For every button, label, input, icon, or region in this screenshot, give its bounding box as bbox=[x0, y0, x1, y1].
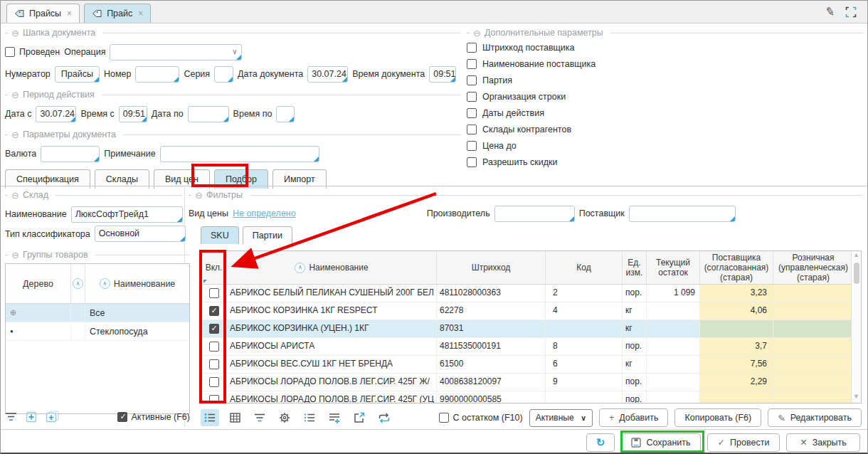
barcode-column-header[interactable]: Штрихкод bbox=[437, 251, 546, 284]
code-cell: 6 bbox=[546, 356, 623, 373]
edit-pencil-icon[interactable]: ✎ bbox=[824, 4, 836, 19]
settings-gear-icon[interactable] bbox=[275, 409, 294, 426]
supplier-barcode-checkbox[interactable] bbox=[467, 43, 477, 53]
fullscreen-icon[interactable] bbox=[845, 6, 857, 18]
filter-icon[interactable] bbox=[5, 412, 17, 422]
note-input[interactable] bbox=[160, 146, 319, 162]
table-row[interactable]: АБРИКОС КОРЗИНКА (УЦЕН.) 1КГ 87031 кг bbox=[201, 320, 861, 338]
view-list-icon[interactable] bbox=[201, 409, 219, 426]
number-input[interactable] bbox=[135, 66, 179, 83]
table-row[interactable]: АБРИКОСЫ АРИСТА 4811535000191 8 пор. 3,7 bbox=[201, 338, 861, 356]
collapse-icon[interactable]: ⊖ bbox=[473, 28, 481, 38]
collapse-icon[interactable]: ⊖ bbox=[195, 191, 203, 200]
batch-checkbox[interactable] bbox=[467, 75, 477, 85]
code-cell: 9 bbox=[546, 374, 623, 391]
time-to-input[interactable] bbox=[276, 106, 295, 122]
unit-column-header[interactable]: Ед. изм. bbox=[623, 251, 647, 284]
row-include-checkbox[interactable] bbox=[209, 395, 219, 403]
supplier-input[interactable] bbox=[629, 206, 736, 222]
save-button[interactable]: Сохранить bbox=[621, 433, 701, 452]
active-groups-label: Активные (F6) bbox=[131, 412, 190, 422]
tree-row[interactable]: ● Стеклопосуда bbox=[6, 322, 189, 341]
counterparty-warehouses-checkbox[interactable] bbox=[467, 125, 477, 134]
currency-label: Валюта bbox=[5, 149, 36, 159]
supplier-name-checkbox[interactable] bbox=[467, 59, 477, 69]
price-to-checkbox[interactable] bbox=[467, 141, 477, 151]
code-column-header[interactable]: Код bbox=[546, 251, 623, 284]
date-to-input[interactable] bbox=[188, 106, 229, 122]
add-group-icon[interactable] bbox=[26, 411, 37, 423]
row-include-checkbox[interactable] bbox=[209, 288, 219, 298]
retail-price-column-header[interactable]: Розничная (управленческая) (старая) bbox=[773, 251, 853, 284]
collapse-icon[interactable]: ⊖ bbox=[11, 90, 19, 100]
close-button[interactable]: ✕Закрыть bbox=[786, 433, 860, 452]
close-icon[interactable]: × bbox=[138, 9, 143, 19]
numerator-button[interactable]: Прайсы bbox=[55, 66, 100, 83]
window-tab-pricelist[interactable]: Прайс × bbox=[84, 4, 151, 23]
collapse-icon[interactable]: ⊖ bbox=[11, 250, 19, 260]
currency-input[interactable] bbox=[41, 146, 100, 162]
add-subgroup-icon[interactable] bbox=[46, 411, 59, 423]
table-row[interactable]: АБРИКОСЫ ВЕС.СУШ 1КГ НЕТ БРЕНДА 61500 6 … bbox=[201, 356, 861, 374]
sort-asc-icon[interactable]: ∧ bbox=[295, 263, 305, 273]
copy-button[interactable]: Копировать (F6) bbox=[674, 408, 761, 427]
table-row[interactable]: АБРИКОСЫ ЛОРАДО ПОЛОВ.В ЛЕГ.СИР. 425Г Ж/… bbox=[201, 374, 861, 391]
allow-discounts-checkbox[interactable] bbox=[467, 157, 477, 167]
include-column-header[interactable]: Вкл. bbox=[201, 251, 227, 284]
validity-dates-checkbox[interactable] bbox=[467, 108, 477, 118]
scrollbar-thumb[interactable] bbox=[854, 263, 859, 284]
row-include-checkbox[interactable] bbox=[209, 342, 219, 352]
expand-icon[interactable]: ⊕ bbox=[6, 304, 71, 322]
tab-batches[interactable]: Партии bbox=[243, 226, 292, 244]
active-groups-checkbox[interactable] bbox=[117, 412, 127, 422]
row-organization-checkbox[interactable] bbox=[467, 92, 477, 102]
doc-date-input[interactable]: 30.07.24 bbox=[307, 66, 348, 83]
price-type-link[interactable]: Не определено bbox=[233, 208, 296, 218]
table-row[interactable]: АБРИКОС КОРЗИНКА 1КГ RESPECT 62278 4 кг … bbox=[201, 302, 861, 320]
sort-asc-icon[interactable]: ∧ bbox=[100, 278, 110, 289]
scroll-down-icon[interactable]: ▼ bbox=[853, 393, 859, 403]
numbered-list-icon[interactable] bbox=[300, 409, 319, 426]
supplier-price-column-header[interactable]: Поставщика (согласованная) (старая) bbox=[700, 251, 773, 284]
tree-row[interactable]: ⊕ Все bbox=[6, 304, 189, 322]
doc-time-input[interactable]: 09:51 bbox=[429, 66, 456, 83]
time-from-input[interactable]: 09:51 bbox=[119, 106, 147, 122]
collapse-icon[interactable]: ⊖ bbox=[11, 28, 19, 38]
open-external-icon[interactable] bbox=[350, 409, 369, 426]
tab-label: Прайс bbox=[107, 9, 132, 19]
refresh-button[interactable]: ↻ bbox=[586, 433, 615, 452]
table-row[interactable]: АБРИКОС БЕЛЫЙ ПЕЛИКАН СУШЕНЫЙ 200Г БЕЛ 4… bbox=[201, 285, 861, 302]
row-include-checkbox[interactable] bbox=[209, 377, 219, 387]
post-button[interactable]: ✓Провести bbox=[707, 433, 780, 452]
table-row[interactable]: АБРИКОСЫ ЛОРАДО ПОЛОВ.В ЛЕГ.СИР. 425Г (У… bbox=[201, 391, 861, 403]
warehouse-name-input[interactable]: ЛюксСофтТрейд1 bbox=[71, 206, 183, 223]
reload-icon[interactable] bbox=[375, 409, 393, 426]
collapse-icon[interactable]: ⊖ bbox=[11, 191, 19, 200]
series-input[interactable] bbox=[214, 66, 233, 83]
filter-icon[interactable] bbox=[250, 409, 269, 426]
classifier-type-input[interactable]: Основной bbox=[95, 226, 186, 242]
operation-select[interactable]: ∨ bbox=[110, 44, 242, 60]
stock-column-header[interactable]: Текущий остаток bbox=[647, 251, 700, 284]
row-include-checkbox[interactable] bbox=[209, 359, 219, 369]
collapse-icon[interactable]: ⊖ bbox=[11, 130, 19, 139]
posted-checkbox[interactable] bbox=[5, 47, 15, 57]
date-from-input[interactable]: 30.07.24 bbox=[36, 106, 76, 122]
edit-button[interactable]: ✎Редактировать bbox=[768, 408, 862, 427]
view-grid-icon[interactable] bbox=[226, 409, 244, 426]
tab-sku[interactable]: SKU bbox=[201, 226, 239, 244]
window-tab-pricelists[interactable]: Прайсы × bbox=[6, 4, 80, 23]
row-include-checkbox[interactable] bbox=[209, 324, 219, 334]
tree-column-header[interactable]: Дерево bbox=[6, 264, 71, 303]
row-include-checkbox[interactable] bbox=[209, 306, 219, 316]
add-button[interactable]: +Добавить bbox=[599, 408, 669, 427]
vertical-scrollbar[interactable]: ▲ ▼ bbox=[851, 251, 861, 403]
add-row-icon[interactable] bbox=[325, 409, 344, 426]
close-icon[interactable]: × bbox=[67, 9, 72, 19]
name-column-header[interactable]: ∧Наименование bbox=[227, 251, 437, 284]
scroll-up-icon[interactable]: ▲ bbox=[853, 251, 859, 261]
with-stock-checkbox[interactable] bbox=[439, 413, 449, 423]
manufacturer-input[interactable] bbox=[494, 206, 575, 222]
sort-asc-icon[interactable]: ∧ bbox=[73, 278, 83, 289]
active-filter-select[interactable]: Активные ∨ bbox=[529, 409, 593, 427]
